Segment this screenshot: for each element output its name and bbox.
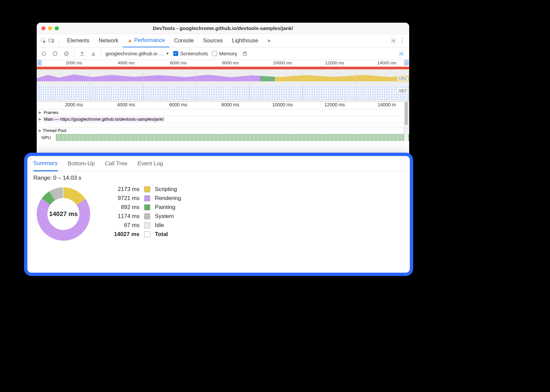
- tab-lighthouse[interactable]: Lighthouse: [227, 34, 263, 47]
- svg-point-3: [393, 40, 394, 41]
- titlebar: DevTools - googlechrome.github.io/devtoo…: [37, 23, 409, 34]
- svg-rect-1: [49, 39, 53, 42]
- threadpool-track[interactable]: ▶ Thread Pool: [37, 127, 409, 134]
- details-tabs: Summary Bottom-Up Call Tree Event Log: [27, 156, 410, 171]
- tick-label: 4000 ms: [117, 102, 135, 107]
- zoom-window-button[interactable]: [55, 26, 59, 30]
- caret-down-icon: ▼: [166, 52, 169, 55]
- frames-strip: [37, 109, 409, 116]
- tab-elements[interactable]: Elements: [62, 34, 94, 47]
- tab-summary[interactable]: Summary: [33, 156, 58, 171]
- tab-call-tree[interactable]: Call Tree: [105, 156, 127, 171]
- more-menu-button[interactable]: ⋮: [398, 37, 406, 44]
- tab-console[interactable]: Console: [170, 34, 199, 47]
- reload-record-button[interactable]: [51, 50, 59, 57]
- legend-ms: 892 ms: [109, 204, 140, 211]
- tab-label: Performance: [134, 37, 165, 43]
- inspect-element-icon[interactable]: [39, 37, 47, 45]
- scrollbar-thumb[interactable]: [405, 102, 408, 125]
- minimize-window-button[interactable]: [48, 26, 52, 30]
- legend-label: System: [155, 213, 181, 220]
- overview-body[interactable]: CPU NET: [37, 69, 409, 101]
- tick-label: 10000 ms: [272, 102, 293, 107]
- main-track[interactable]: ▶ Main — https://googlechrome.github.io/…: [37, 116, 409, 122]
- legend-swatch: [144, 222, 150, 228]
- donut-center-label: 14027 ms: [33, 184, 93, 244]
- legend-ms: 14027 ms: [109, 231, 140, 238]
- range-handle-right[interactable]: ||: [404, 60, 408, 65]
- tick-label: 6000 ms: [169, 102, 187, 107]
- legend-ms: 9721 ms: [109, 195, 140, 202]
- upload-profile-button[interactable]: [78, 50, 86, 57]
- track-label: Thread Pool: [43, 128, 66, 133]
- tick-label: 12000 ms: [325, 60, 344, 65]
- tab-label: Summary: [33, 160, 58, 167]
- expand-arrow-icon[interactable]: ▶: [39, 110, 41, 115]
- tick-label: 2000 ms: [66, 60, 82, 65]
- tab-event-log[interactable]: Event Log: [138, 156, 163, 171]
- tab-label: Lighthouse: [232, 38, 258, 44]
- svg-point-6: [401, 53, 402, 54]
- tab-sources[interactable]: Sources: [199, 34, 228, 47]
- flame-scrollbar[interactable]: [404, 102, 408, 141]
- tabs-overflow[interactable]: »: [263, 34, 275, 47]
- separator: [101, 50, 101, 57]
- tick-label: 14000 m: [378, 102, 396, 107]
- warning-icon: ▲: [127, 38, 132, 43]
- device-toolbar-icon[interactable]: [47, 37, 55, 45]
- legend-label: Scripting: [155, 186, 181, 193]
- panel-tabs: Elements Network ▲ Performance Console S…: [37, 34, 409, 47]
- legend-swatch: [144, 195, 150, 201]
- main-substrip: [37, 122, 409, 127]
- flame-ruler: 2000 ms 4000 ms 6000 ms 8000 ms 10000 ms…: [37, 102, 409, 109]
- frames-track[interactable]: ▶ Frames: [37, 109, 409, 116]
- window-title: DevTools - googlechrome.github.io/devtoo…: [37, 25, 409, 31]
- net-track-label: NET: [398, 89, 408, 93]
- timeline-overview[interactable]: 2000 ms 4000 ms 6000 ms 8000 ms 10000 ms…: [37, 60, 409, 102]
- checkbox-unchecked-icon: [212, 51, 217, 56]
- tab-label: Event Log: [138, 160, 163, 167]
- record-button[interactable]: [40, 50, 47, 57]
- main-strip-2: [37, 123, 409, 127]
- cpu-chart: [37, 71, 409, 81]
- svg-point-4: [42, 52, 46, 55]
- tick-label: 8000 ms: [222, 60, 239, 65]
- tab-label: Sources: [203, 38, 223, 44]
- range-label: Range: 0 – 14.03 s: [33, 175, 404, 181]
- capture-settings-button[interactable]: [397, 49, 406, 58]
- chevron-double-right-icon: »: [268, 38, 271, 44]
- tab-bottom-up[interactable]: Bottom-Up: [68, 156, 95, 171]
- legend-label: Idle: [155, 222, 181, 229]
- track-label: Frames: [43, 110, 59, 115]
- screenshots-checkbox[interactable]: ✓ Screenshots: [173, 51, 208, 56]
- tick-label: 10000 ms: [273, 60, 292, 65]
- legend-label: Painting: [155, 204, 181, 211]
- tab-performance[interactable]: ▲ Performance: [123, 34, 169, 47]
- settings-button[interactable]: [389, 36, 398, 45]
- download-profile-button[interactable]: [90, 50, 97, 57]
- checkbox-checked-icon: ✓: [173, 51, 178, 56]
- tab-label: Network: [99, 38, 118, 44]
- flame-chart[interactable]: 2000 ms 4000 ms 6000 ms 8000 ms 10000 ms…: [37, 102, 409, 141]
- recording-selector[interactable]: googlechrome.github.io … ▼: [105, 51, 169, 56]
- legend-label: Rendering: [155, 195, 181, 202]
- summary-legend: 2173 msScripting9721 msRendering892 msPa…: [109, 186, 181, 238]
- tab-label: Elements: [67, 38, 89, 44]
- tick-label: 14000 ms: [377, 60, 396, 65]
- legend-ms: 67 ms: [109, 222, 140, 229]
- collect-garbage-button[interactable]: [241, 50, 249, 57]
- close-window-button[interactable]: [41, 26, 45, 30]
- legend-ms: 1174 ms: [109, 213, 140, 220]
- summary-panel-highlight: Summary Bottom-Up Call Tree Event Log Ra…: [24, 153, 413, 276]
- tab-network[interactable]: Network: [94, 34, 123, 47]
- legend-swatch: [144, 186, 150, 192]
- memory-checkbox[interactable]: Memory: [212, 51, 237, 56]
- overview-ruler: 2000 ms 4000 ms 6000 ms 8000 ms 10000 ms…: [37, 60, 409, 67]
- separator: [74, 50, 74, 57]
- range-handle-left[interactable]: ||: [37, 60, 41, 65]
- expand-arrow-icon[interactable]: ▶: [39, 128, 41, 133]
- summary-donut-chart: 14027 ms: [33, 184, 93, 244]
- clear-button[interactable]: [63, 50, 70, 57]
- expand-arrow-icon[interactable]: ▶: [39, 117, 41, 121]
- gpu-track[interactable]: GPU: [37, 134, 409, 141]
